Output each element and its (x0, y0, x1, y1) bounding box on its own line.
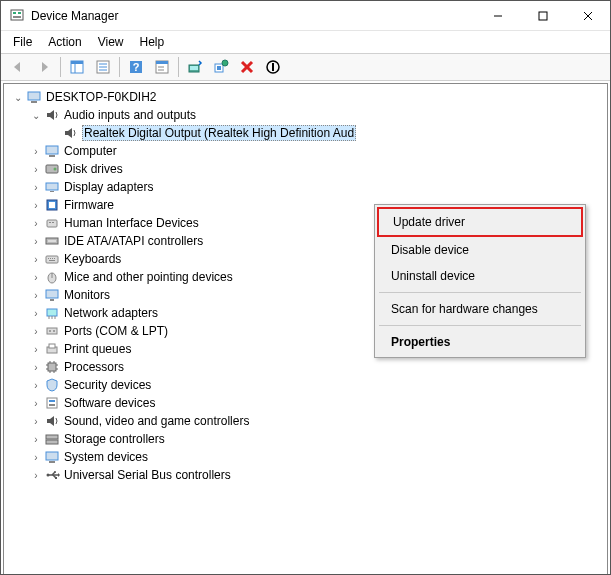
update-driver-button[interactable] (183, 55, 207, 79)
expand-icon[interactable]: › (30, 271, 42, 283)
disable-device-button[interactable] (261, 55, 285, 79)
context-properties[interactable]: Properties (377, 329, 583, 355)
svg-point-59 (49, 330, 51, 332)
expand-icon[interactable]: › (30, 361, 42, 373)
svg-rect-46 (50, 258, 51, 259)
tree-category-label: Network adapters (64, 306, 158, 320)
context-update-driver[interactable]: Update driver (377, 207, 583, 237)
device-category-icon (44, 305, 60, 321)
tree-category-label: Security devices (64, 378, 151, 392)
tree-category[interactable]: ›Display adapters (10, 178, 601, 196)
speaker-icon (62, 125, 78, 141)
svg-rect-52 (46, 290, 58, 298)
tree-category-label: Keyboards (64, 252, 121, 266)
tree-category-label: Print queues (64, 342, 131, 356)
tree-category[interactable]: ›Security devices (10, 376, 601, 394)
svg-rect-49 (49, 260, 55, 261)
svg-rect-29 (28, 92, 40, 100)
expand-icon[interactable]: › (30, 325, 42, 337)
tree-item-realtek[interactable]: › Realtek Digital Output (Realtek High D… (10, 124, 601, 142)
expand-icon[interactable]: › (30, 145, 42, 157)
svg-rect-18 (156, 61, 168, 64)
menu-file[interactable]: File (5, 33, 40, 51)
expand-icon[interactable]: › (30, 163, 42, 175)
svg-rect-24 (217, 66, 221, 70)
toolbar-separator (119, 57, 120, 77)
svg-point-60 (53, 330, 55, 332)
tree-category[interactable]: ›Sound, video and game controllers (10, 412, 601, 430)
tree-category-label: Disk drives (64, 162, 123, 176)
tree-category[interactable]: ›Software devices (10, 394, 601, 412)
expand-icon[interactable]: › (30, 253, 42, 265)
back-button[interactable] (6, 55, 30, 79)
expand-icon[interactable]: › (30, 199, 42, 211)
expand-icon[interactable]: › (30, 307, 42, 319)
expand-icon[interactable]: › (30, 415, 42, 427)
show-hide-tree-button[interactable] (65, 55, 89, 79)
tree-category[interactable]: ›Disk drives (10, 160, 601, 178)
svg-rect-54 (47, 309, 57, 316)
minimize-button[interactable] (475, 1, 520, 31)
close-button[interactable] (565, 1, 610, 31)
tree-category[interactable]: ›Universal Serial Bus controllers (10, 466, 601, 484)
expand-icon[interactable]: › (30, 469, 42, 481)
svg-text:?: ? (133, 61, 140, 73)
expand-icon[interactable]: ⌄ (12, 91, 24, 103)
svg-rect-3 (13, 16, 21, 18)
svg-rect-0 (11, 10, 23, 20)
tree-category[interactable]: ›Processors (10, 358, 601, 376)
svg-rect-22 (190, 66, 198, 70)
forward-button[interactable] (32, 55, 56, 79)
expand-icon[interactable]: › (30, 235, 42, 247)
svg-rect-5 (539, 12, 547, 20)
context-scan-hardware[interactable]: Scan for hardware changes (377, 296, 583, 322)
expand-icon[interactable]: › (30, 181, 42, 193)
device-category-icon (44, 179, 60, 195)
menu-action[interactable]: Action (40, 33, 89, 51)
expand-icon[interactable]: › (30, 379, 42, 391)
tree-category[interactable]: ›Computer (10, 142, 601, 160)
svg-rect-78 (49, 461, 55, 463)
tree-category-label: System devices (64, 450, 148, 464)
device-category-icon (44, 269, 60, 285)
maximize-button[interactable] (520, 1, 565, 31)
menu-help[interactable]: Help (132, 33, 173, 51)
expand-icon[interactable]: › (30, 451, 42, 463)
device-tree[interactable]: ⌄ DESKTOP-F0KDIH2 ⌄ Audio inputs and out… (3, 83, 608, 575)
svg-rect-84 (55, 477, 57, 479)
svg-rect-74 (49, 404, 55, 406)
expand-icon[interactable]: › (30, 433, 42, 445)
properties-button[interactable] (91, 55, 115, 79)
device-category-icon (44, 323, 60, 339)
expand-icon[interactable]: › (30, 217, 42, 229)
tree-category-label: Processors (64, 360, 124, 374)
tree-category-audio[interactable]: ⌄ Audio inputs and outputs (10, 106, 601, 124)
tree-category-label: Firmware (64, 198, 114, 212)
tree-root[interactable]: ⌄ DESKTOP-F0KDIH2 (10, 88, 601, 106)
svg-rect-62 (49, 344, 55, 348)
help-button[interactable]: ? (124, 55, 148, 79)
expand-icon[interactable]: › (30, 343, 42, 355)
tree-category[interactable]: ›System devices (10, 448, 601, 466)
scan-hardware-button[interactable] (209, 55, 233, 79)
device-category-icon (44, 359, 60, 375)
tree-category-label: Software devices (64, 396, 155, 410)
svg-rect-31 (46, 146, 58, 154)
context-uninstall-device[interactable]: Uninstall device (377, 263, 583, 289)
svg-point-25 (222, 60, 228, 66)
tree-category[interactable]: ›Storage controllers (10, 430, 601, 448)
action-button[interactable] (150, 55, 174, 79)
svg-rect-48 (54, 258, 55, 259)
expand-icon[interactable]: › (30, 397, 42, 409)
svg-rect-63 (48, 363, 56, 371)
uninstall-device-button[interactable] (235, 55, 259, 79)
device-category-icon (44, 161, 60, 177)
expand-icon[interactable]: ⌄ (30, 109, 42, 121)
svg-rect-73 (49, 400, 55, 402)
menu-view[interactable]: View (90, 33, 132, 51)
svg-rect-1 (13, 12, 16, 14)
device-category-icon (44, 413, 60, 429)
device-category-icon (44, 197, 60, 213)
expand-icon[interactable]: › (30, 289, 42, 301)
context-disable-device[interactable]: Disable device (377, 237, 583, 263)
